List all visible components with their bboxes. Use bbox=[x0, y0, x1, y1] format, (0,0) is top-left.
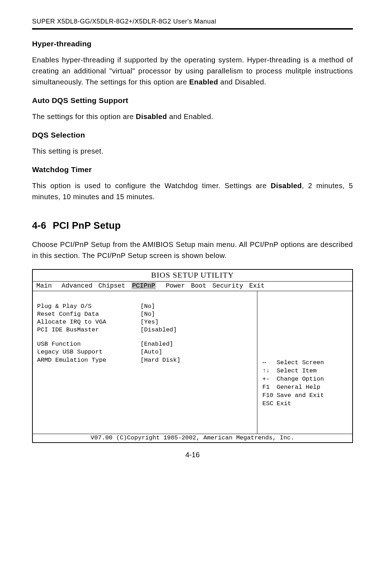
nav-key: ESC bbox=[262, 400, 277, 408]
page: SUPER X5DL8-GG/X5DLR-8G2+/X5DLR-8G2 User… bbox=[0, 0, 385, 473]
text: and Disabled. bbox=[218, 78, 266, 86]
option-value: [Hard Disk] bbox=[140, 356, 180, 364]
bold-text: Disabled bbox=[271, 182, 302, 190]
option-value: [Auto] bbox=[140, 348, 162, 356]
option-value: [No] bbox=[140, 303, 155, 310]
para-dqsselection: This setting is preset. bbox=[32, 146, 353, 157]
nav-desc: Select Item bbox=[277, 367, 317, 375]
nav-desc: Exit bbox=[277, 400, 291, 408]
bold-text: Disabled bbox=[136, 113, 167, 120]
menu-power[interactable]: Power bbox=[166, 282, 185, 289]
option-label: Reset Config Data bbox=[37, 310, 140, 318]
nav-desc: Save and Exit bbox=[277, 392, 324, 400]
option-value: [No] bbox=[140, 310, 155, 318]
option-label: ARMD Emulation Type bbox=[37, 356, 140, 364]
nav-row: ↔ Select Screen bbox=[262, 359, 348, 367]
option-row[interactable]: Allocate IRQ to VGA [Yes] bbox=[37, 318, 253, 326]
option-row[interactable]: Legacy USB Support [Auto] bbox=[37, 348, 253, 356]
para-watchdog: This option is used to configure the Wat… bbox=[32, 180, 353, 202]
chapter-number: 4-6 bbox=[32, 220, 46, 231]
chapter-title: PCI PnP Setup bbox=[53, 220, 121, 231]
chapter-heading: 4-6PCI PnP Setup bbox=[32, 220, 353, 231]
menu-security[interactable]: Security bbox=[212, 282, 243, 289]
option-row[interactable]: ARMD Emulation Type [Hard Disk] bbox=[37, 356, 253, 364]
text: This option is used to configure the Wat… bbox=[32, 182, 271, 190]
nav-key: F1 bbox=[262, 383, 277, 392]
menu-chipset[interactable]: Chipset bbox=[98, 282, 125, 289]
heading-watchdog: Watchdog Timer bbox=[32, 165, 353, 174]
nav-row: F10 Save and Exit bbox=[262, 392, 348, 400]
nav-key: F10 bbox=[262, 392, 277, 400]
bios-footer: V07.00 (C)Copyright 1985-2002, American … bbox=[33, 434, 352, 442]
option-row[interactable]: PCI IDE BusMaster [Disabled] bbox=[37, 326, 253, 334]
menu-pcipnp[interactable]: PCIPnP bbox=[132, 282, 156, 289]
running-header: SUPER X5DL8-GG/X5DLR-8G2+/X5DLR-8G2 User… bbox=[32, 18, 353, 25]
bios-menubar: Main Advanced Chipset PCIPnP Power Boot … bbox=[33, 281, 352, 291]
option-row[interactable]: Plug & Play O/S [No] bbox=[37, 303, 253, 310]
option-label: Legacy USB Support bbox=[37, 348, 140, 356]
heading-autodqs: Auto DQS Setting Support bbox=[32, 96, 353, 105]
para-autodqs: The settings for this option are Disable… bbox=[32, 111, 353, 122]
menu-advanced[interactable]: Advanced bbox=[62, 282, 92, 289]
menu-exit[interactable]: Exit bbox=[249, 282, 265, 289]
para-hyperthreading: Enables hyper-threading if supported by … bbox=[32, 55, 353, 88]
option-label: Plug & Play O/S bbox=[37, 303, 140, 310]
nav-desc: Change Option bbox=[277, 375, 324, 383]
option-value: [Enabled] bbox=[140, 340, 173, 348]
option-label: Allocate IRQ to VGA bbox=[37, 318, 140, 326]
page-number: 4-16 bbox=[32, 451, 353, 459]
option-label: PCI IDE BusMaster bbox=[37, 326, 140, 334]
menu-boot[interactable]: Boot bbox=[191, 282, 206, 289]
bold-text: Enabled bbox=[189, 78, 218, 86]
option-row[interactable]: Reset Config Data [No] bbox=[37, 310, 253, 318]
header-rule bbox=[32, 28, 353, 30]
nav-desc: General Help bbox=[277, 383, 320, 392]
bios-title: BIOS SETUP UTILITY bbox=[33, 270, 352, 281]
heading-dqsselection: DQS Selection bbox=[32, 131, 353, 139]
nav-hints: ↔ Select Screen ↑↓ Select Item +- Change… bbox=[262, 359, 348, 408]
nav-row: +- Change Option bbox=[262, 375, 348, 383]
bios-body: Plug & Play O/S [No] Reset Config Data [… bbox=[33, 291, 352, 434]
nav-key: +- bbox=[262, 375, 277, 383]
nav-desc: Select Screen bbox=[277, 359, 324, 367]
heading-hyperthreading: Hyper-threading bbox=[32, 40, 353, 48]
option-value: [Yes] bbox=[140, 318, 159, 326]
option-row[interactable]: USB Function [Enabled] bbox=[37, 340, 253, 348]
nav-key-select-screen-icon: ↔ bbox=[262, 359, 277, 367]
bios-options-pane: Plug & Play O/S [No] Reset Config Data [… bbox=[33, 291, 257, 434]
nav-row: ESC Exit bbox=[262, 400, 348, 408]
option-label: USB Function bbox=[37, 340, 140, 348]
nav-row: F1 General Help bbox=[262, 383, 348, 392]
menu-main[interactable]: Main bbox=[36, 282, 52, 289]
text: and Enabled. bbox=[167, 113, 213, 120]
text: The settings for this option are bbox=[32, 113, 136, 120]
chapter-intro: Choose PCI/PnP Setup from the AMIBIOS Se… bbox=[32, 239, 353, 261]
bios-box: BIOS SETUP UTILITY Main Advanced Chipset… bbox=[32, 269, 353, 443]
nav-key-select-item-icon: ↑↓ bbox=[262, 367, 277, 375]
nav-row: ↑↓ Select Item bbox=[262, 367, 348, 375]
bios-help-pane: ↔ Select Screen ↑↓ Select Item +- Change… bbox=[257, 291, 352, 434]
option-value: [Disabled] bbox=[140, 326, 177, 334]
